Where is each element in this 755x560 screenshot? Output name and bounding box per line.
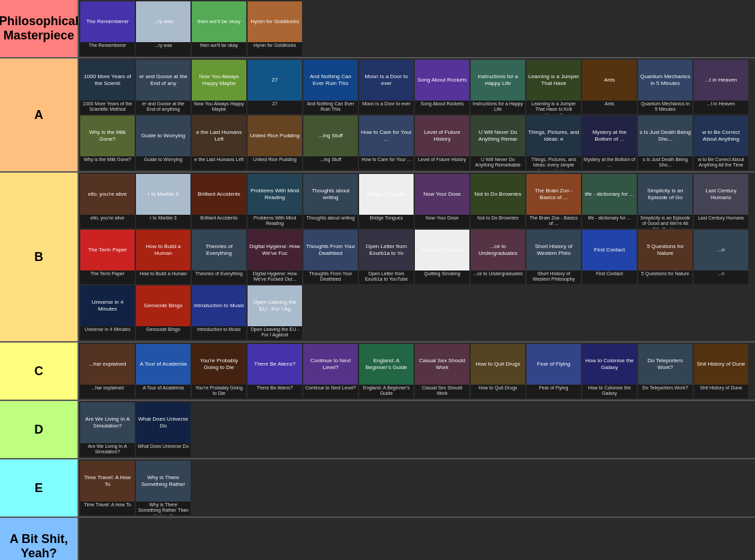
list-item[interactable]: Guide to WorryingGuide to Worrying bbox=[136, 116, 190, 170]
video-title: Simplicity is an Episode of Good and We'… bbox=[638, 215, 692, 228]
list-item[interactable]: Learning is a Jumper That HaveLearning i… bbox=[526, 60, 581, 114]
video-title: ...n bbox=[694, 270, 748, 284]
list-item[interactable]: Now Your DoseNow Your Dose bbox=[415, 174, 469, 228]
list-item[interactable]: ello, you're aliveello, you're alive bbox=[80, 174, 135, 228]
list-item[interactable]: AntsAnts bbox=[582, 60, 637, 114]
list-item[interactable]: How to Quit DrugsHow to Quit Drugs bbox=[471, 344, 525, 398]
list-item[interactable]: Do Teleporters Work?Do Teleporters Work? bbox=[638, 344, 692, 398]
list-item[interactable]: What Does Universe DoWhat Does Universe … bbox=[136, 402, 190, 457]
list-item[interactable]: life - dictionary for ...life - dictiona… bbox=[582, 174, 637, 228]
list-item[interactable]: Introduction to MusicIntroduction to Mus… bbox=[192, 285, 246, 340]
list-item[interactable]: ...ry was...ry was bbox=[136, 1, 190, 56]
list-item[interactable]: 2727 bbox=[248, 60, 302, 114]
list-item[interactable]: First ContactFirst Contact bbox=[582, 230, 637, 284]
tier-items-philosophical-masterpiece: The RemembererThe Rememberer...ry was...… bbox=[79, 0, 755, 57]
list-item[interactable]: Continue to Next Level?Continue to Next … bbox=[303, 344, 358, 398]
list-item[interactable]: Hymn for GoldilocksHymn for Goldilocks bbox=[248, 1, 302, 56]
list-item[interactable]: Not to Do BrowniesNot to Do Brownies bbox=[471, 174, 525, 228]
list-item[interactable]: Now You Always Happy MaybeNow You Always… bbox=[192, 60, 246, 114]
list-item[interactable]: Instructions for a Happy LifeInstruction… bbox=[471, 60, 525, 114]
list-item[interactable]: e the Last Humans Lefte the Last Humans … bbox=[192, 116, 246, 170]
list-item[interactable]: Brilliant AccidentsBrilliant Accidents bbox=[192, 174, 246, 228]
list-item[interactable]: Simplicity is an Episode of GoSimplicity… bbox=[638, 174, 692, 228]
list-item[interactable]: A Tour of AcademiaA Tour of Academia bbox=[136, 344, 190, 398]
list-item[interactable]: Digital Hygiene: How We've FucDigital Hy… bbox=[248, 230, 302, 284]
list-item[interactable]: Thoughts about writingThoughts about wri… bbox=[303, 174, 358, 228]
list-item[interactable]: w to Be Correct About Anythingw to Be Co… bbox=[694, 116, 748, 170]
list-item[interactable]: Casual Sex Should WorkCasual Sex Should … bbox=[415, 344, 469, 398]
list-item[interactable]: Why is There Something Rather Why is The… bbox=[136, 461, 190, 515]
tier-items-a-bit-shit bbox=[79, 518, 755, 560]
list-item[interactable]: Theories of EverythingTheories of Everyt… bbox=[192, 230, 246, 284]
video-title: Universe in 4 Minutes bbox=[80, 326, 135, 340]
list-item[interactable]: Open Leaving the EU - For I AgOpen Leavi… bbox=[248, 285, 302, 340]
list-item[interactable]: Short History of Western PhiloShort Hist… bbox=[526, 230, 581, 284]
list-item[interactable]: United Rice PuddingUnited Rice Pudding bbox=[248, 116, 302, 170]
list-item[interactable]: ...n...n bbox=[694, 230, 748, 284]
video-title: First Contact bbox=[582, 270, 637, 284]
tier-row-philosophical-masterpiece: Philosophical MasterpieceThe RemembererT… bbox=[0, 0, 755, 58]
video-title: Learning is a Jumper That Have to Knit Y… bbox=[526, 101, 581, 114]
list-item[interactable]: Mystery at the Bottom of ...Mystery at t… bbox=[582, 116, 637, 170]
list-item[interactable]: ...ce to Undergraduates...ce to Undergra… bbox=[471, 230, 525, 284]
list-item[interactable]: Fear of FlyingFear of Flying bbox=[526, 344, 581, 398]
video-title: Problems With Mind Reading bbox=[248, 215, 302, 228]
list-item[interactable]: Last Century HumansLast Century Humans bbox=[694, 174, 748, 228]
list-item[interactable]: ...ing Stuff...ing Stuff bbox=[303, 116, 358, 170]
video-title: You're Probably Going to Die bbox=[192, 385, 246, 398]
list-item[interactable]: 5 Questions for Nature5 Questions for Na… bbox=[638, 230, 692, 284]
video-title: The Rememberer bbox=[80, 42, 135, 56]
video-title: Why is the Milk Gone? bbox=[80, 156, 135, 170]
video-title: Instructions for a Happy Life bbox=[471, 101, 525, 114]
list-item[interactable]: Are We Living In A Simulation?Are We Liv… bbox=[80, 402, 135, 457]
list-item[interactable]: There Be Aliens?There Be Aliens? bbox=[248, 344, 302, 398]
list-item[interactable]: ...t in Heaven...t in Heaven bbox=[694, 60, 748, 114]
list-item[interactable]: You're Probably Going to DieYou're Proba… bbox=[192, 344, 246, 398]
list-item[interactable]: Quitting SmokingQuitting Smoking bbox=[415, 230, 469, 284]
video-title: There Be Aliens? bbox=[248, 385, 302, 398]
list-item[interactable]: Time Travel: A How ToTime Travel: A How … bbox=[80, 461, 135, 515]
list-item[interactable]: Problems With Mind ReadingProblems With … bbox=[248, 174, 302, 228]
list-item[interactable]: Song About RocketsSong About Rockets bbox=[415, 60, 469, 114]
list-item[interactable]: And Nothing Can Ever Ruin ThisAnd Nothin… bbox=[303, 60, 358, 114]
tier-label-e: E bbox=[0, 459, 79, 517]
video-title: Thoughts about writing bbox=[303, 215, 358, 228]
list-item[interactable]: Bridge TonguesBridge Tongues bbox=[359, 174, 414, 228]
list-item[interactable]: Things, Pictures, and Ideas: eThings, Pi… bbox=[526, 116, 581, 170]
list-item[interactable]: The RemembererThe Rememberer bbox=[80, 1, 135, 56]
list-item[interactable]: Genocide BingoGenocide Bingo bbox=[136, 285, 190, 340]
list-item[interactable]: r to Marble 3r to Marble 3 bbox=[136, 174, 190, 228]
list-item[interactable]: England: A Beginner's GuideEngland: A Be… bbox=[359, 344, 414, 398]
list-item[interactable]: Quantum Mechanics in 5 MinutesQuantum Me… bbox=[638, 60, 692, 114]
list-item[interactable]: Shit History of DuneShit History of Dune bbox=[694, 344, 748, 398]
list-item[interactable]: 1000 More Years of the Scienti1000 More … bbox=[80, 60, 135, 114]
video-title: Last Century Humans bbox=[694, 215, 748, 228]
video-title: Ants bbox=[582, 101, 637, 114]
tier-label-philosophical-masterpiece: Philosophical Masterpiece bbox=[0, 0, 79, 57]
list-item[interactable]: How to Build a HumanHow to Build a Human bbox=[136, 230, 190, 284]
list-item[interactable]: Why is the Milk Gone?Why is the Milk Gon… bbox=[80, 116, 135, 170]
video-title: Open Leaving the EU - For I Against bbox=[248, 326, 302, 340]
video-title: Casual Sex Should Work bbox=[415, 385, 469, 398]
list-item[interactable]: Thoughts From Your DeathbedThoughts From… bbox=[303, 230, 358, 284]
video-title: life - dictionary for ... bbox=[582, 215, 637, 228]
video-title: U Will Never Do Anything Remarkable bbox=[471, 156, 525, 170]
video-title: Now You Always Happy Maybe bbox=[192, 101, 246, 114]
list-item[interactable]: er and Goose at the End of anyer and Goo… bbox=[136, 60, 190, 114]
list-item[interactable]: How to Care for Your ...How to Care for … bbox=[359, 116, 414, 170]
video-title: Shit History of Dune bbox=[694, 385, 748, 398]
list-item[interactable]: Open Letter from Exurb1a to YoOpen Lette… bbox=[359, 230, 414, 284]
list-item[interactable]: Universe in 4 MinutesUniverse in 4 Minut… bbox=[80, 285, 135, 340]
list-item[interactable]: Level of Future HistoryLevel of Future H… bbox=[415, 116, 469, 170]
list-item[interactable]: then we'll be okaythen we'll be okay bbox=[192, 1, 246, 56]
list-item[interactable]: ...har explained...har explained bbox=[80, 344, 135, 398]
list-item[interactable]: The Brain Zoo - Basics of ...The Brain Z… bbox=[526, 174, 581, 228]
list-item[interactable]: U Will Never Do Anything RemarU Will Nev… bbox=[471, 116, 525, 170]
list-item[interactable]: Moon Is a Door to everMoon Is a Door to … bbox=[359, 60, 414, 114]
list-item[interactable]: s Is Just Death Being Sho...s Is Just De… bbox=[638, 116, 692, 170]
video-title: ello, you're alive bbox=[80, 215, 135, 228]
video-title: er and Goose at the End of anything bbox=[136, 101, 190, 114]
list-item[interactable]: How to Colonise the GalaxyHow to Colonis… bbox=[582, 344, 637, 398]
list-item[interactable]: The Term PaperThe Term Paper bbox=[80, 230, 135, 284]
video-title: Are We Living In A Simulation? bbox=[80, 443, 135, 457]
